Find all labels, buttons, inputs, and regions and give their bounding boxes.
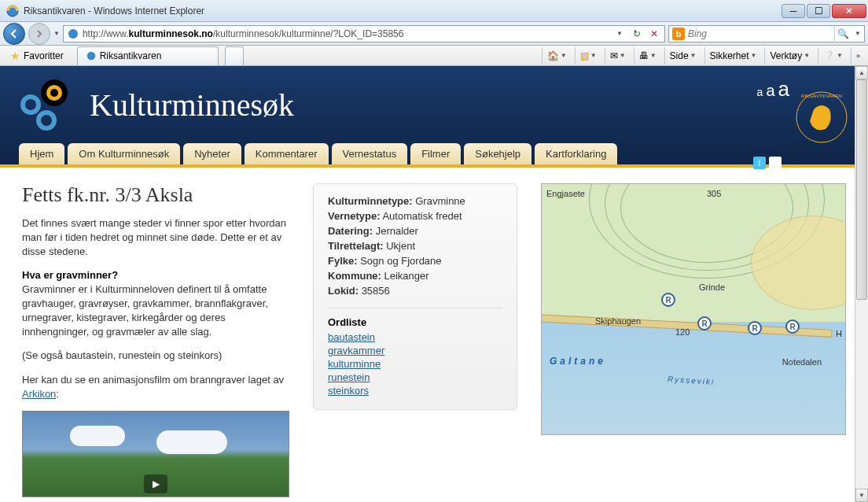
- svg-point-7: [50, 89, 58, 97]
- mail-button[interactable]: ✉▼: [605, 47, 631, 65]
- tab-active[interactable]: Riksantikvaren: [77, 46, 219, 65]
- vertical-scrollbar[interactable]: ▲ ▼: [855, 66, 868, 502]
- ordliste-link[interactable]: gravkammer: [328, 345, 502, 356]
- tools-menu[interactable]: Verktøy▼: [764, 47, 815, 65]
- arkikon-link[interactable]: Arkikon: [22, 388, 56, 400]
- svg-point-3: [23, 97, 39, 113]
- nav-vernestatus[interactable]: Vernestatus: [332, 143, 408, 164]
- map-label: Skiphaugen: [595, 316, 641, 326]
- svg-point-1: [68, 29, 78, 39]
- back-button[interactable]: [3, 23, 25, 45]
- site-header: Kulturminnesøk a a a RIKSANTIKVAREN t ●●…: [0, 66, 868, 164]
- address-bar[interactable]: http://www.kulturminnesok.no/kulturminne…: [63, 25, 665, 42]
- page-icon: [67, 28, 79, 40]
- ordliste-link[interactable]: bautastein: [328, 331, 502, 343]
- text-size-medium[interactable]: a: [766, 82, 774, 100]
- riksantikvaren-logo: RIKSANTIKVAREN: [794, 90, 849, 145]
- help-button[interactable]: ❔▼: [818, 47, 848, 65]
- map-column: Engjasete 305 Grinde Skiphaugen 120 Note…: [541, 183, 846, 497]
- feeds-button[interactable]: ▧▼: [575, 47, 601, 65]
- map-marker[interactable]: R: [785, 319, 800, 334]
- article-column: Fetts fk.nr. 3/3 Aksla Det finnes svært …: [22, 183, 289, 497]
- bing-icon: b: [672, 28, 685, 40]
- scroll-up-button[interactable]: ▲: [855, 66, 868, 79]
- map-label: Notedalen: [782, 357, 822, 367]
- text-size-large[interactable]: a: [778, 77, 789, 102]
- map-marker[interactable]: R: [661, 293, 675, 307]
- ordliste-link[interactable]: kulturminne: [328, 358, 502, 370]
- map[interactable]: Engjasete 305 Grinde Skiphaugen 120 Note…: [541, 183, 846, 435]
- ordliste-link[interactable]: steinkors: [328, 385, 502, 397]
- nav-kommentarer[interactable]: Kommentarer: [245, 143, 329, 164]
- ordliste-link[interactable]: runestein: [328, 371, 502, 383]
- text-size-small[interactable]: a: [757, 86, 763, 98]
- see-also-text: (Se også bautastein, runestein og steink…: [22, 349, 289, 363]
- minimize-button[interactable]: ─: [782, 4, 805, 18]
- nav-sokehjelp[interactable]: Søkehjelp: [464, 143, 531, 164]
- map-marker[interactable]: R: [697, 316, 712, 330]
- rss-icon: ▧: [580, 50, 589, 61]
- dropdown-icon[interactable]: ▼: [612, 27, 627, 41]
- map-label: Rysseviki: [668, 375, 715, 386]
- search-button[interactable]: 🔍: [834, 25, 851, 42]
- page-menu[interactable]: Side▼: [664, 47, 701, 65]
- home-button[interactable]: 🏠▼: [542, 47, 572, 65]
- new-tab-button[interactable]: [225, 46, 244, 65]
- info-row: Fylke: Sogn og Fjordane: [328, 255, 502, 267]
- nav-filmer[interactable]: Filmer: [410, 143, 461, 164]
- info-box: Kulturminnetype: Gravminne Vernetype: Au…: [313, 183, 517, 410]
- window-title: Riksantikvaren - Windows Internet Explor…: [24, 6, 782, 17]
- nav-hjem[interactable]: Hjem: [19, 143, 64, 164]
- text-size-control[interactable]: a a a: [757, 77, 789, 102]
- nav-kartforklaring[interactable]: Kartforklaring: [535, 143, 617, 164]
- nav-om[interactable]: Om Kulturminnesøk: [68, 143, 180, 164]
- nav-nyheter[interactable]: Nyheter: [183, 143, 241, 164]
- mail-icon: ✉: [610, 50, 618, 61]
- maximize-button[interactable]: ☐: [807, 4, 830, 18]
- scroll-down-button[interactable]: ▼: [855, 489, 868, 502]
- tab-title: Riksantikvaren: [100, 50, 162, 61]
- svg-point-4: [39, 113, 54, 128]
- map-marker[interactable]: R: [748, 321, 762, 335]
- play-icon[interactable]: ▶: [144, 474, 167, 493]
- refresh-icon[interactable]: ↻: [630, 27, 644, 41]
- map-label: 305: [707, 189, 721, 198]
- browser-navbar: ▼ http://www.kulturminnesok.no/kulturmin…: [0, 22, 868, 46]
- print-button[interactable]: 🖶▼: [634, 47, 661, 65]
- map-label: Galtane: [550, 356, 606, 367]
- page-title: Fetts fk.nr. 3/3 Aksla: [22, 183, 289, 207]
- window-titlebar: Riksantikvaren - Windows Internet Explor…: [0, 0, 868, 22]
- scroll-thumb[interactable]: [856, 79, 867, 300]
- url-path: /kulturminnesok/kulturminne/?LOK_ID=3585…: [213, 28, 403, 39]
- svg-point-2: [86, 52, 95, 61]
- twitter-icon[interactable]: t: [753, 157, 766, 169]
- main-content: Fetts fk.nr. 3/3 Aksla Det finnes svært …: [0, 168, 868, 502]
- search-input[interactable]: [688, 28, 831, 39]
- info-row: Datering: Jernalder: [328, 225, 502, 237]
- search-bar[interactable]: b 🔍 ▼: [668, 25, 865, 42]
- intro-text: Det finnes svært mange steder vi finner …: [22, 216, 289, 260]
- favorites-button[interactable]: ★ Favoritter: [3, 47, 71, 65]
- info-row: Kommune: Leikanger: [328, 270, 502, 282]
- site-nav: Hjem Om Kulturminnesøk Nyheter Kommentar…: [19, 143, 849, 164]
- home-icon: 🏠: [547, 50, 559, 61]
- expand-icon[interactable]: »: [851, 47, 865, 65]
- map-label: Engjasete: [546, 189, 585, 198]
- close-button[interactable]: ✕: [832, 4, 866, 18]
- star-icon: ★: [10, 50, 20, 62]
- safety-menu[interactable]: Sikkerhet▼: [704, 47, 762, 65]
- map-label: H: [836, 329, 842, 338]
- flickr-icon[interactable]: ●●: [769, 157, 782, 169]
- dropdown-icon[interactable]: ▼: [855, 30, 861, 37]
- info-column: Kulturminnetype: Gravminne Vernetype: Au…: [313, 183, 517, 497]
- video-thumbnail[interactable]: ▶: [22, 411, 289, 497]
- print-icon: 🖶: [639, 50, 649, 61]
- ordliste-heading: Ordliste: [328, 316, 502, 328]
- stop-icon[interactable]: ✕: [647, 27, 661, 41]
- url-prefix: http://www.: [83, 28, 129, 39]
- info-row: Kulturminnetype: Gravminne: [328, 195, 502, 207]
- info-row: Tilrettelagt: Ukjent: [328, 240, 502, 252]
- favorites-label: Favoritter: [24, 50, 64, 61]
- forward-button[interactable]: [28, 23, 50, 45]
- dropdown-icon[interactable]: ▼: [53, 30, 60, 37]
